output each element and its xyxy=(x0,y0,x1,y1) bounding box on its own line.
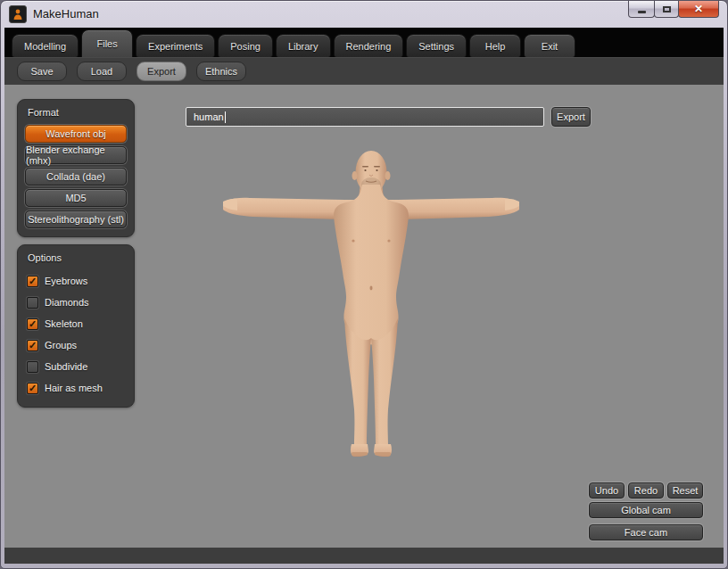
title-bar[interactable]: MakeHuman ✕ xyxy=(1,1,727,28)
format-panel-title: Format xyxy=(28,107,127,118)
tab-library[interactable]: Library xyxy=(276,34,331,57)
subtab-save[interactable]: Save xyxy=(17,62,67,81)
close-icon: ✕ xyxy=(694,3,703,15)
tab-help[interactable]: Help xyxy=(469,34,521,57)
tab-exit[interactable]: Exit xyxy=(524,34,575,57)
reset-button[interactable]: Reset xyxy=(667,482,703,499)
subtab-ethnics[interactable]: Ethnics xyxy=(196,62,246,81)
tab-files[interactable]: Files xyxy=(81,29,133,57)
makehuman-logo-icon xyxy=(9,5,27,23)
option-subdivide[interactable]: ✓ Subdivide xyxy=(25,356,127,377)
option-hair-as-mesh[interactable]: ✓ Hair as mesh xyxy=(25,377,127,399)
human-model-3d-view[interactable] xyxy=(219,145,523,461)
subtab-export[interactable]: Export xyxy=(136,62,186,81)
text-caret xyxy=(225,111,226,123)
options-panel-title: Options xyxy=(28,252,127,263)
eyebrows-checkbox[interactable]: ✓ xyxy=(27,276,38,287)
export-filename-input[interactable]: human xyxy=(186,107,544,127)
tab-experiments[interactable]: Experiments xyxy=(136,34,215,57)
minimize-icon xyxy=(638,11,646,13)
format-panel: Format Wavefront obj Blender exchange (m… xyxy=(17,99,135,237)
hair-as-mesh-label: Hair as mesh xyxy=(45,383,103,393)
app-client-area: Modelling Files Experiments Posing Libra… xyxy=(4,28,724,564)
option-diamonds[interactable]: ✓ Diamonds xyxy=(25,292,127,313)
viewport-area: Format Wavefront obj Blender exchange (m… xyxy=(4,85,724,548)
minimize-button[interactable] xyxy=(628,1,655,18)
export-filename-value: human xyxy=(194,111,224,122)
export-button[interactable]: Export xyxy=(551,107,591,127)
tab-posing[interactable]: Posing xyxy=(218,34,273,57)
format-stereolithography-button[interactable]: Stereolithography (stl) xyxy=(25,210,127,228)
eyebrows-label: Eyebrows xyxy=(45,276,87,286)
option-skeleton[interactable]: ✓ Skeleton xyxy=(25,313,127,334)
subdivide-label: Subdivide xyxy=(45,361,87,372)
options-panel: Options ✓ Eyebrows ✓ Diamonds ✓ Skeleton… xyxy=(17,244,135,408)
skeleton-checkbox[interactable]: ✓ xyxy=(27,318,38,330)
groups-checkbox[interactable]: ✓ xyxy=(27,340,38,351)
undo-button[interactable]: Undo xyxy=(589,482,625,499)
tab-settings[interactable]: Settings xyxy=(406,34,467,57)
subtab-load[interactable]: Load xyxy=(77,62,127,81)
groups-label: Groups xyxy=(45,340,77,350)
main-tab-bar: Modelling Files Experiments Posing Libra… xyxy=(4,28,724,57)
diamonds-label: Diamonds xyxy=(45,297,89,308)
sub-tab-bar: Save Load Export Ethnics xyxy=(4,57,724,85)
face-cam-button[interactable]: Face cam xyxy=(589,524,703,540)
format-wavefront-obj-button[interactable]: Wavefront obj xyxy=(25,125,127,143)
redo-button[interactable]: Redo xyxy=(628,482,664,499)
format-md5-button[interactable]: MD5 xyxy=(25,189,127,207)
format-collada-button[interactable]: Collada (dae) xyxy=(25,168,127,186)
diamonds-checkbox[interactable]: ✓ xyxy=(27,297,38,309)
option-groups[interactable]: ✓ Groups xyxy=(25,334,127,356)
subdivide-checkbox[interactable]: ✓ xyxy=(27,361,38,373)
skeleton-label: Skeleton xyxy=(45,318,83,329)
tab-modelling[interactable]: Modelling xyxy=(12,34,79,57)
global-cam-button[interactable]: Global cam xyxy=(589,502,703,518)
close-button[interactable]: ✕ xyxy=(678,1,719,18)
app-window: MakeHuman ✕ Modelling Files Experiments … xyxy=(0,0,728,569)
tab-rendering[interactable]: Rendering xyxy=(334,34,404,57)
maximize-icon xyxy=(663,6,671,12)
hair-as-mesh-checkbox[interactable]: ✓ xyxy=(27,383,38,394)
progress-bar-strip xyxy=(4,548,724,564)
option-eyebrows[interactable]: ✓ Eyebrows xyxy=(25,270,127,292)
window-controls: ✕ xyxy=(629,1,719,18)
format-blender-exchange-button[interactable]: Blender exchange (mhx) xyxy=(25,146,127,164)
window-title: MakeHuman xyxy=(33,7,99,21)
maximize-button[interactable] xyxy=(654,1,679,18)
